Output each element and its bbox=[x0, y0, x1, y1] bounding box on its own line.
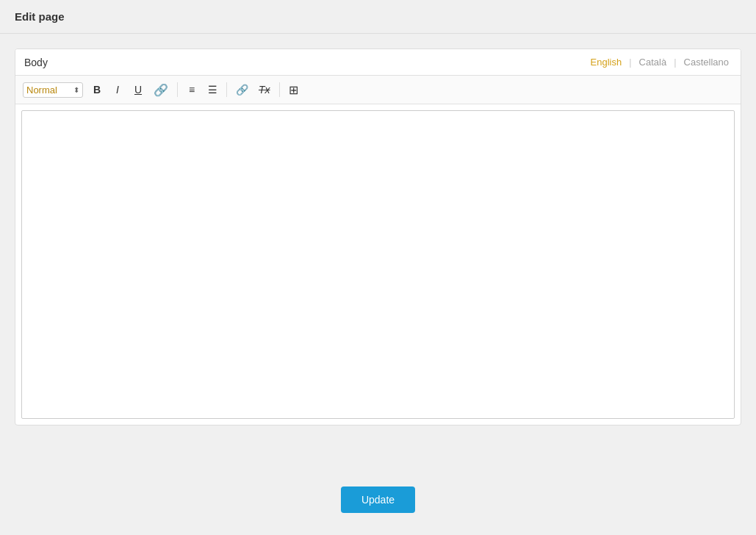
body-label: Body bbox=[24, 57, 48, 68]
lang-separator-1: | bbox=[629, 57, 631, 68]
lang-tab-catala[interactable]: Català bbox=[636, 55, 670, 69]
editor-body[interactable] bbox=[21, 110, 735, 419]
unordered-list-button[interactable]: ☰ bbox=[203, 80, 222, 99]
bold-icon: B bbox=[93, 84, 101, 96]
insert-link-icon: 🔗 bbox=[236, 84, 248, 96]
update-button[interactable]: Update bbox=[341, 486, 415, 513]
lang-separator-2: | bbox=[674, 57, 676, 68]
table-icon: ⊞ bbox=[289, 83, 298, 97]
toolbar: Normal Heading 1 Heading 2 Heading 3 Hea… bbox=[15, 75, 741, 104]
format-select-wrapper[interactable]: Normal Heading 1 Heading 2 Heading 3 Hea… bbox=[23, 82, 83, 98]
lang-tab-english[interactable]: English bbox=[588, 55, 625, 69]
toolbar-separator-3 bbox=[279, 82, 280, 97]
lang-tab-castellano[interactable]: Castellano bbox=[681, 55, 732, 69]
unordered-list-icon: ☰ bbox=[208, 84, 217, 96]
update-footer: Update bbox=[0, 464, 756, 535]
select-arrow-icon: ⬍ bbox=[73, 86, 79, 94]
page-wrapper: Edit page Body English | Català | Castel… bbox=[0, 0, 756, 535]
toolbar-separator-2 bbox=[226, 82, 227, 97]
page-content: Body English | Català | Castellano Norma… bbox=[0, 34, 756, 464]
editor-header: Body English | Català | Castellano bbox=[15, 49, 741, 75]
page-header: Edit page bbox=[0, 0, 756, 34]
italic-button[interactable]: I bbox=[108, 80, 127, 99]
link-icon: 🔗 bbox=[154, 83, 168, 97]
insert-table-button[interactable]: ⊞ bbox=[284, 80, 303, 99]
insert-link-button[interactable]: 🔗 bbox=[231, 80, 253, 99]
underline-button[interactable]: U bbox=[129, 80, 148, 99]
ordered-list-button[interactable]: ≡ bbox=[182, 80, 201, 99]
clear-format-button[interactable]: Tx bbox=[254, 80, 275, 99]
language-tabs: English | Català | Castellano bbox=[588, 55, 732, 69]
ordered-list-icon: ≡ bbox=[189, 84, 195, 96]
editor-section: Body English | Català | Castellano Norma… bbox=[15, 49, 741, 426]
format-select[interactable]: Normal Heading 1 Heading 2 Heading 3 Hea… bbox=[26, 85, 72, 96]
clear-format-icon: Tx bbox=[259, 84, 270, 96]
bold-button[interactable]: B bbox=[87, 80, 107, 99]
italic-icon: I bbox=[116, 84, 119, 96]
toolbar-separator-1 bbox=[177, 82, 178, 97]
underline-icon: U bbox=[134, 84, 142, 96]
link-button[interactable]: 🔗 bbox=[149, 80, 173, 99]
page-title: Edit page bbox=[15, 10, 65, 23]
